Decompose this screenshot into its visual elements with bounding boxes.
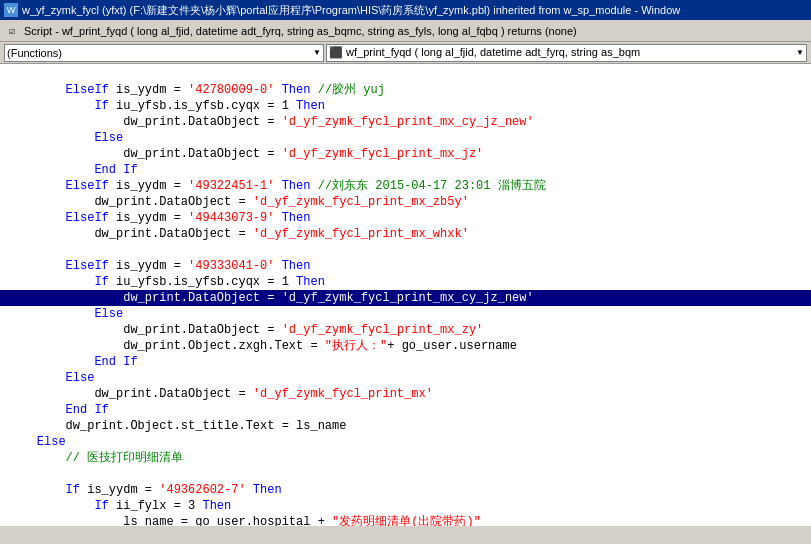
code-line[interactable]: ElseIf is_yydm = '49322451-1' Then //刘东东… [0, 178, 811, 194]
functions-dropdown-arrow: ▼ [313, 48, 321, 57]
code-line[interactable]: dw_print.DataObject = 'd_yf_zymk_fycl_pr… [0, 146, 811, 162]
code-line[interactable]: dw_print.DataObject = 'd_yf_zymk_fycl_pr… [0, 114, 811, 130]
code-line[interactable]: If iu_yfsb.is_yfsb.cyqx = 1 Then [0, 274, 811, 290]
code-line[interactable]: If iu_yfsb.is_yfsb.cyqx = 1 Then [0, 98, 811, 114]
code-line[interactable]: If ii_fylx = 3 Then [0, 498, 811, 514]
code-line[interactable]: End If [0, 162, 811, 178]
code-line[interactable]: Else [0, 434, 811, 450]
code-editor[interactable]: ElseIf is_yydm = '42780009-0' Then //胶州 … [0, 64, 811, 526]
code-line[interactable]: ElseIf is_yydm = '49443073-9' Then [0, 210, 811, 226]
code-line[interactable]: // 医技打印明细清单 [0, 450, 811, 466]
method-dropdown-value: ⬛ wf_print_fyqd ( long al_fjid, datetime… [329, 46, 640, 59]
dropdowns-row: (Functions) ▼ ⬛ wf_print_fyqd ( long al_… [0, 42, 811, 64]
window-icon: W [4, 3, 18, 17]
code-line[interactable]: dw_print.Object.zxgh.Text = "执行人："+ go_u… [0, 338, 811, 354]
code-line[interactable]: Else [0, 370, 811, 386]
functions-dropdown[interactable]: (Functions) ▼ [4, 44, 324, 62]
method-dropdown-arrow: ▼ [796, 48, 804, 57]
code-line[interactable]: ElseIf is_yydm = '42780009-0' Then //胶州 … [0, 82, 811, 98]
code-line[interactable]: dw_print.DataObject = 'd_yf_zymk_fycl_pr… [0, 386, 811, 402]
code-line[interactable] [0, 466, 811, 482]
method-dropdown[interactable]: ⬛ wf_print_fyqd ( long al_fjid, datetime… [326, 44, 807, 62]
code-line[interactable]: dw_print.DataObject = 'd_yf_zymk_fycl_pr… [0, 226, 811, 242]
code-line[interactable]: End If [0, 354, 811, 370]
title-text: w_yf_zymk_fycl (yfxt) (F:\新建文件夹\杨小辉\port… [22, 3, 680, 18]
code-line[interactable]: ls_name = go_user.hospital + "发药明细清单(出院带… [0, 514, 811, 526]
code-line[interactable]: Else [0, 306, 811, 322]
code-line[interactable]: dw_print.Object.st_title.Text = ls_name [0, 418, 811, 434]
code-line[interactable]: If is_yydm = '49362602-7' Then [0, 482, 811, 498]
code-line[interactable]: dw_print.DataObject = 'd_yf_zymk_fycl_pr… [0, 290, 811, 306]
code-line[interactable]: ElseIf is_yydm = '49333041-0' Then [0, 258, 811, 274]
code-line[interactable]: Else [0, 130, 811, 146]
code-line[interactable]: dw_print.DataObject = 'd_yf_zymk_fycl_pr… [0, 322, 811, 338]
code-line[interactable] [0, 242, 811, 258]
checkbox-icon[interactable]: ☑ [4, 23, 20, 39]
toolbar: ☑ Script - wf_print_fyqd ( long al_fjid,… [0, 20, 811, 42]
title-bar: W w_yf_zymk_fycl (yfxt) (F:\新建文件夹\杨小辉\po… [0, 0, 811, 20]
code-line[interactable]: End If [0, 402, 811, 418]
functions-dropdown-value: (Functions) [7, 47, 62, 59]
script-label: Script - wf_print_fyqd ( long al_fjid, d… [24, 25, 577, 37]
code-line[interactable]: dw_print.DataObject = 'd_yf_zymk_fycl_pr… [0, 194, 811, 210]
